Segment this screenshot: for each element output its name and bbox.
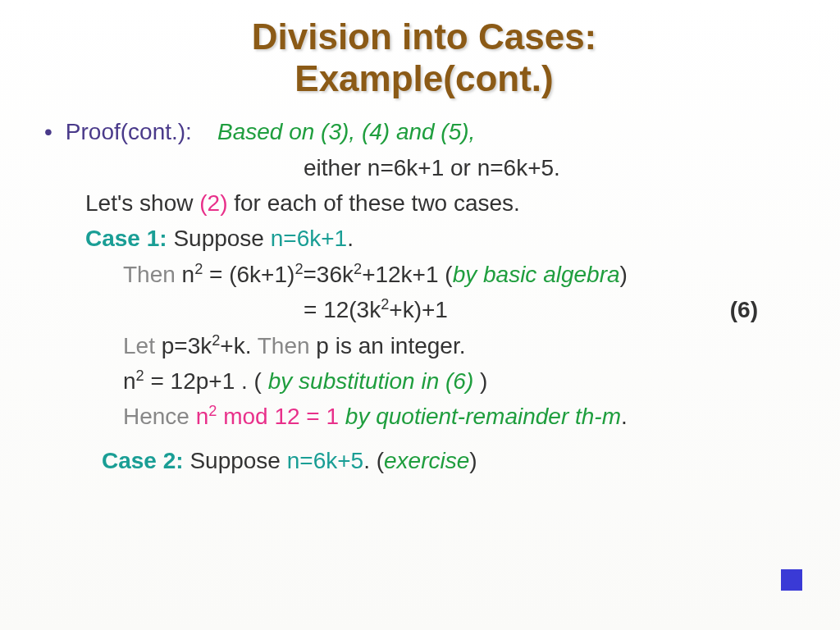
based-on-text: Based on (3), (4) and (5), [217, 119, 475, 144]
bullet-dot-icon: • [44, 114, 52, 149]
case-1-label: Case 1: [85, 226, 167, 251]
either-line: either n=6k+1 or n=6k+5. [41, 150, 807, 185]
lets-show-line: Let's show (2) for each of these two cas… [41, 185, 807, 221]
case-2-line: Case 2: Suppose n=6k+5. (exercise) [41, 443, 807, 478]
eq-line-1: Then n2 = (6k+1)2=36k2+12k+1 (by basic a… [41, 257, 807, 292]
let-p-line: Let p=3k2+k. Then p is an integer. [41, 328, 807, 363]
qed-square-icon [781, 569, 802, 591]
title-line-2: Example(cont.) [294, 58, 553, 98]
bullet-text: Proof(cont.): Based on (3), (4) and (5), [66, 114, 476, 149]
case-2-label: Case 2: [102, 448, 184, 473]
title-line-1: Division into Cases: [252, 16, 597, 57]
substitution-line: n2 = 12p+1 . ( by substitution in (6) ) [41, 363, 807, 399]
slide-title: Division into Cases: Example(cont.) [41, 16, 807, 99]
case-1-line: Case 1: Suppose n=6k+1. [41, 221, 807, 256]
eq-number-6: (6) [730, 292, 758, 327]
hence-line: Hence n2 mod 12 = 1 by quotient-remainde… [41, 399, 807, 434]
slide-container: Division into Cases: Example(cont.) • Pr… [0, 0, 840, 495]
slide-body: • Proof(cont.): Based on (3), (4) and (5… [41, 114, 807, 478]
proof-label: Proof(cont.): [66, 119, 192, 144]
eq-line-2: = 12(3k2+k)+1 (6) [41, 292, 807, 327]
proof-bullet: • Proof(cont.): Based on (3), (4) and (5… [41, 114, 807, 149]
